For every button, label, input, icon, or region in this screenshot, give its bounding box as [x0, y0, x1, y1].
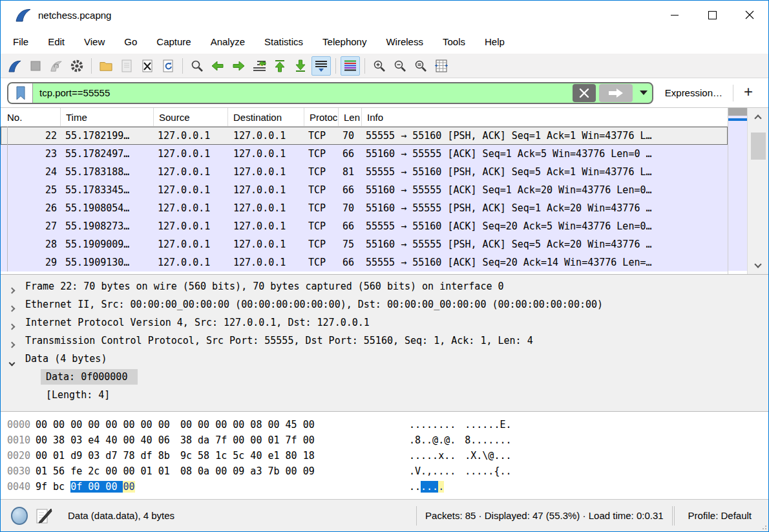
menu-statistics[interactable]: Statistics [255, 32, 313, 51]
table-row[interactable]: 2655.1908054…127.0.0.1127.0.0.1TCP705516… [1, 199, 728, 217]
ascii-bytes[interactable]: .8..@.@. [409, 434, 456, 446]
capture-options-button[interactable] [67, 56, 87, 76]
detail-tcp-row[interactable]: Transmission Control Protocol, Src Port:… [1, 332, 768, 350]
table-row[interactable]: 2755.1908273…127.0.0.1127.0.0.1TCP665555… [1, 217, 728, 235]
table-row[interactable]: 2855.1909009…127.0.0.1127.0.0.1TCP755516… [1, 235, 728, 253]
stop-capture-button[interactable] [26, 56, 45, 76]
table-row[interactable]: 2355.1782497…127.0.0.1127.0.0.1TCP665516… [1, 145, 728, 163]
hex-bytes[interactable]: 00 00 00 00 08 00 45 00 [180, 419, 316, 431]
detail-data-length-row[interactable]: [Length: 4] [1, 386, 768, 404]
menu-wireless[interactable]: Wireless [376, 32, 433, 51]
resize-grip[interactable] [761, 524, 766, 529]
find-packet-button[interactable] [187, 56, 207, 76]
filter-clear-button[interactable] [573, 84, 596, 102]
minimize-button[interactable] [656, 1, 693, 29]
display-filter-input[interactable] [33, 83, 573, 103]
menu-capture[interactable]: Capture [147, 32, 200, 51]
ascii-bytes[interactable]: ...... [409, 481, 444, 493]
hex-bytes[interactable]: 00 01 d9 03 d7 78 df 8b [36, 450, 171, 462]
menu-view[interactable]: View [74, 32, 114, 51]
menu-edit[interactable]: Edit [38, 32, 74, 51]
filter-apply-button[interactable] [599, 84, 633, 102]
detail-ethernet-row[interactable]: Ethernet II, Src: 00:00:00_00:00:00 (00:… [1, 295, 768, 314]
expert-info-button[interactable] [11, 507, 28, 525]
hex-bytes[interactable]: 38 da 7f 00 00 01 7f 00 [180, 434, 316, 446]
resize-columns-button[interactable] [432, 56, 451, 76]
ascii-hovered[interactable]: . [438, 481, 444, 493]
capture-comment-icon[interactable] [36, 507, 52, 525]
profile-button[interactable]: Profile: Default [679, 510, 768, 521]
detail-data-row[interactable]: Data (4 bytes) [1, 350, 768, 368]
hex-row-selected[interactable]: 00409f bc 0f 00 0000...... [1, 479, 768, 495]
detail-data-value-row[interactable]: Data: 0f000000 [1, 368, 768, 386]
zoom-in-button[interactable] [370, 56, 389, 76]
ascii-bytes[interactable]: 8....... [465, 434, 511, 446]
hex-row[interactable]: 003001 56 fe 2c 00 00 01 0108 0a 00 09 a… [1, 463, 768, 479]
table-row[interactable]: 2955.1909130…127.0.0.1127.0.0.1TCP665555… [1, 253, 728, 271]
hex-bytes[interactable]: 00 00 00 00 00 00 00 00 [36, 419, 171, 431]
chevron-right-icon[interactable] [10, 302, 14, 314]
hex-bytes[interactable]: 9c 58 1c 5c 40 e1 80 18 [180, 450, 316, 462]
maximize-button[interactable] [693, 1, 731, 29]
hex-bytes[interactable]: 08 0a 00 09 a3 7b 00 09 [180, 465, 316, 477]
detail-ip-row[interactable]: Internet Protocol Version 4, Src: 127.0.… [1, 314, 768, 332]
menu-go[interactable]: Go [114, 32, 147, 51]
chevron-right-icon[interactable] [10, 284, 14, 295]
column-header-protocol[interactable]: Protoc [304, 108, 339, 126]
filter-history-dropdown[interactable] [635, 84, 652, 102]
zoom-reset-button[interactable] [411, 56, 430, 76]
next-packet-button[interactable] [229, 56, 248, 76]
hex-bytes[interactable]: 9f bc 0f 00 0000 [36, 481, 316, 493]
auto-scroll-toggle[interactable] [311, 56, 331, 76]
table-row[interactable]: 2555.1783345…127.0.0.1127.0.0.1TCP665516… [1, 181, 728, 199]
table-row[interactable]: 2255.1782199…127.0.0.1127.0.0.1TCP705555… [1, 127, 728, 145]
start-capture-button[interactable] [5, 56, 25, 76]
scrollbar-thumb[interactable] [751, 133, 766, 160]
go-to-packet-button[interactable] [249, 56, 269, 76]
menu-help[interactable]: Help [475, 32, 514, 51]
expression-button[interactable]: Expression… [653, 87, 733, 98]
close-file-button[interactable] [138, 56, 157, 76]
menu-tools[interactable]: Tools [433, 32, 475, 51]
last-packet-button[interactable] [291, 56, 310, 76]
reload-file-button[interactable] [158, 56, 178, 76]
ascii-selected[interactable]: ... [421, 481, 438, 493]
table-row[interactable]: 2455.1783188…127.0.0.1127.0.0.1TCP815555… [1, 163, 728, 181]
hex-bytes-plain[interactable]: 9f bc [36, 481, 70, 493]
chevron-down-icon[interactable] [10, 356, 14, 368]
hex-row[interactable]: 000000 00 00 00 00 00 00 0000 00 00 00 0… [1, 417, 768, 432]
previous-packet-button[interactable] [208, 56, 227, 76]
ascii-bytes[interactable]: .....{.. [465, 465, 511, 477]
ascii-bytes[interactable]: ......E. [465, 419, 511, 431]
chevron-right-icon[interactable] [10, 338, 14, 350]
menu-analyze[interactable]: Analyze [201, 32, 255, 51]
ascii-bytes[interactable]: .....x.. [409, 450, 456, 462]
restart-capture-button[interactable] [47, 56, 66, 76]
hex-row[interactable]: 001000 38 03 e4 40 00 40 0638 da 7f 00 0… [1, 432, 768, 448]
add-filter-button[interactable]: + [733, 85, 762, 101]
column-header-source[interactable]: Source [154, 108, 228, 126]
menu-telephony[interactable]: Telephony [313, 32, 376, 51]
close-button[interactable] [731, 1, 768, 29]
chevron-right-icon[interactable] [10, 320, 14, 332]
hex-bytes[interactable]: 00 38 03 e4 40 00 40 06 [36, 434, 171, 446]
zoom-out-button[interactable] [390, 56, 410, 76]
filter-bookmark-button[interactable] [8, 83, 33, 103]
hex-row[interactable]: 002000 01 d9 03 d7 78 df 8b9c 58 1c 5c 4… [1, 448, 768, 463]
colorize-toggle[interactable] [341, 56, 360, 76]
ascii-bytes[interactable]: ........ [409, 419, 456, 431]
intelligent-scrollbar-minimap[interactable] [728, 108, 747, 274]
column-header-time[interactable]: Time [61, 108, 154, 126]
detail-frame-row[interactable]: Frame 22: 70 bytes on wire (560 bits), 7… [1, 277, 768, 295]
open-file-button[interactable] [96, 56, 116, 76]
save-file-button[interactable] [117, 56, 136, 76]
scrollbar-track[interactable] [748, 125, 768, 257]
scroll-up-icon[interactable] [748, 108, 768, 125]
scroll-down-icon[interactable] [748, 257, 768, 274]
column-header-info[interactable]: Info [362, 108, 728, 126]
hex-bytes[interactable]: 01 56 fe 2c 00 00 01 01 [36, 465, 171, 477]
hex-bytes-selected[interactable]: 0f 00 00 [70, 481, 123, 493]
ascii-bytes[interactable]: .V.,.... [409, 465, 456, 477]
column-header-no[interactable]: No. [1, 108, 61, 126]
column-header-length[interactable]: Len [339, 108, 362, 126]
